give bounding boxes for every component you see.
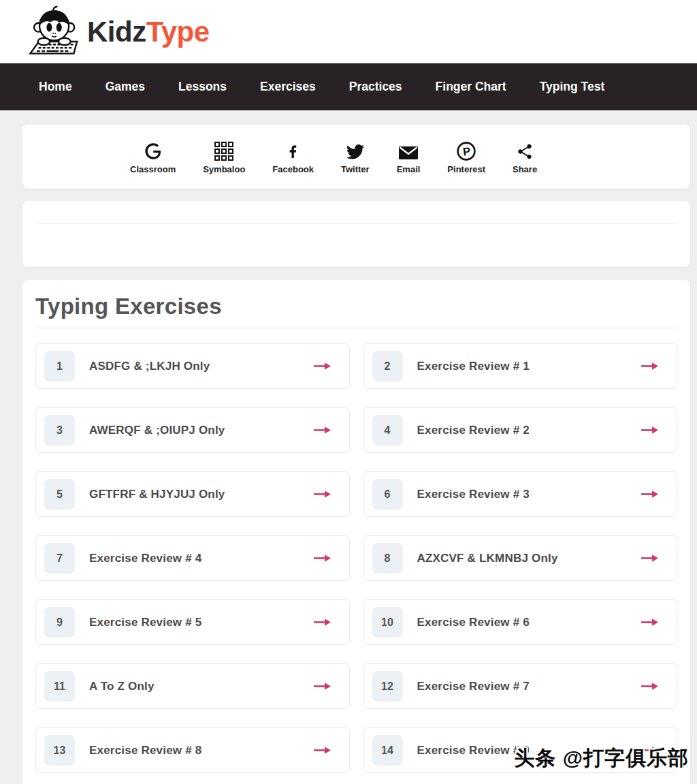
arrow-right-icon <box>641 362 659 371</box>
exercise-grid: 1 ASDFG & ;LKJH Only 2 Exercise Review #… <box>35 343 677 773</box>
facebook-icon <box>285 139 301 161</box>
exercise-number-badge: 6 <box>372 479 403 509</box>
nav-item-lessons[interactable]: Lessons <box>178 80 227 94</box>
social-pinterest-button[interactable]: P Pinterest <box>447 139 485 174</box>
social-twitter-button[interactable]: Twitter <box>341 139 370 174</box>
email-envelope-icon <box>398 139 419 161</box>
exercise-title: Exercise Review # 1 <box>417 360 530 373</box>
exercise-title: Exercise Review # 4 <box>89 552 201 565</box>
brand-name-kidz: Kidz <box>87 16 146 48</box>
arrow-right-icon <box>641 618 659 627</box>
social-label: Share <box>513 164 537 174</box>
arrow-right-icon <box>641 554 659 563</box>
social-facebook-button[interactable]: Facebook <box>272 139 314 174</box>
exercise-card-3[interactable]: 3 AWERQF & ;OIUPJ Only <box>35 407 350 453</box>
arrow-right-icon <box>313 618 331 627</box>
brand-name-type: Type <box>146 16 210 48</box>
social-share-button[interactable]: Share <box>513 139 537 174</box>
nav-item-finger-chart[interactable]: Finger Chart <box>436 80 506 94</box>
exercise-title: AZXCVF & LKMNBJ Only <box>417 552 558 565</box>
social-label: Classroom <box>130 164 176 174</box>
social-label: Email <box>397 164 421 174</box>
exercise-card-12[interactable]: 12 Exercise Review # 7 <box>363 663 678 709</box>
symbaloo-grid-icon <box>214 139 233 161</box>
nav-item-home[interactable]: Home <box>39 80 72 94</box>
exercise-number-badge: 5 <box>44 479 75 509</box>
exercise-title: AWERQF & ;OIUPJ Only <box>89 424 225 437</box>
exercise-number-badge: 3 <box>44 415 75 445</box>
exercise-number-badge: 4 <box>372 415 403 445</box>
main-nav: Home Games Lessons Exercises Practices F… <box>0 63 697 110</box>
exercise-title: Exercise Review # 9 <box>417 744 530 757</box>
nav-item-practices[interactable]: Practices <box>349 80 402 94</box>
page-title: Typing Exercises <box>35 294 677 319</box>
exercise-number-badge: 13 <box>44 735 75 766</box>
exercise-number-badge: 10 <box>372 607 403 638</box>
exercise-card-5[interactable]: 5 GFTFRF & HJYJUJ Only <box>35 471 350 517</box>
brand-name: KidzType <box>87 16 210 48</box>
exercise-title: Exercise Review # 7 <box>417 680 530 693</box>
arrow-right-icon <box>313 554 331 563</box>
pinterest-icon: P <box>457 139 476 161</box>
arrow-right-icon <box>641 490 659 499</box>
exercise-title: ASDFG & ;LKJH Only <box>89 360 210 373</box>
nav-item-typing-test[interactable]: Typing Test <box>540 80 605 94</box>
arrow-right-icon <box>641 682 659 691</box>
exercise-card-14[interactable]: 14 Exercise Review # 9 <box>363 727 678 773</box>
nav-item-exercises[interactable]: Exercises <box>260 80 316 94</box>
exercise-card-4[interactable]: 4 Exercise Review # 2 <box>363 407 678 453</box>
arrow-right-icon <box>313 426 331 435</box>
arrow-right-icon <box>313 682 331 691</box>
social-classroom-button[interactable]: Classroom <box>130 139 176 174</box>
exercise-number-badge: 9 <box>44 607 75 638</box>
content-panel: Typing Exercises 1 ASDFG & ;LKJH Only 2 … <box>22 280 690 784</box>
arrow-right-icon <box>313 362 331 371</box>
social-share-bar: Classroom Symbaloo Facebook Twitter Emai <box>22 125 690 189</box>
exercise-title: A To Z Only <box>89 680 155 693</box>
social-label: Symbaloo <box>203 164 245 174</box>
exercise-title: GFTFRF & HJYJUJ Only <box>89 488 225 501</box>
exercise-card-9[interactable]: 9 Exercise Review # 5 <box>35 599 350 645</box>
exercise-number-badge: 7 <box>44 543 75 574</box>
social-label: Pinterest <box>447 164 485 174</box>
monkey-typing-logo-icon <box>26 5 80 59</box>
exercise-number-badge: 8 <box>372 543 403 574</box>
exercise-number-badge: 11 <box>44 671 75 702</box>
twitter-icon <box>345 139 366 161</box>
exercise-title: Exercise Review # 2 <box>417 424 530 437</box>
social-label: Facebook <box>272 164 314 174</box>
exercise-card-13[interactable]: 13 Exercise Review # 8 <box>35 727 350 773</box>
arrow-right-icon <box>641 746 659 755</box>
exercise-title: Exercise Review # 3 <box>417 488 530 501</box>
ad-divider-line <box>36 223 677 224</box>
title-divider-line <box>35 328 677 328</box>
social-email-button[interactable]: Email <box>397 139 421 174</box>
exercise-number-badge: 14 <box>372 735 403 766</box>
social-label: Twitter <box>341 164 370 174</box>
social-symbaloo-button[interactable]: Symbaloo <box>203 139 245 174</box>
exercise-title: Exercise Review # 6 <box>417 616 530 629</box>
exercise-title: Exercise Review # 5 <box>89 616 201 629</box>
exercise-card-8[interactable]: 8 AZXCVF & LKMNBJ Only <box>363 535 678 581</box>
brand-logo[interactable]: KidzType <box>26 5 210 59</box>
exercise-title: Exercise Review # 8 <box>89 744 201 757</box>
arrow-right-icon <box>313 490 331 499</box>
share-nodes-icon <box>516 139 534 161</box>
svg-text:P: P <box>462 144 471 157</box>
exercise-card-11[interactable]: 11 A To Z Only <box>35 663 350 709</box>
arrow-right-icon <box>313 746 331 755</box>
exercise-number-badge: 12 <box>372 671 403 702</box>
exercise-card-10[interactable]: 10 Exercise Review # 6 <box>363 599 678 645</box>
exercise-number-badge: 1 <box>44 351 75 381</box>
exercise-card-2[interactable]: 2 Exercise Review # 1 <box>363 343 678 389</box>
exercise-card-7[interactable]: 7 Exercise Review # 4 <box>35 535 350 581</box>
site-header: KidzType <box>0 0 697 63</box>
arrow-right-icon <box>641 426 659 435</box>
exercise-card-6[interactable]: 6 Exercise Review # 3 <box>363 471 678 517</box>
nav-item-games[interactable]: Games <box>106 80 145 94</box>
exercise-card-1[interactable]: 1 ASDFG & ;LKJH Only <box>35 343 350 389</box>
ad-placeholder-panel <box>22 201 690 267</box>
google-classroom-icon <box>144 139 163 161</box>
exercise-number-badge: 2 <box>372 351 403 381</box>
